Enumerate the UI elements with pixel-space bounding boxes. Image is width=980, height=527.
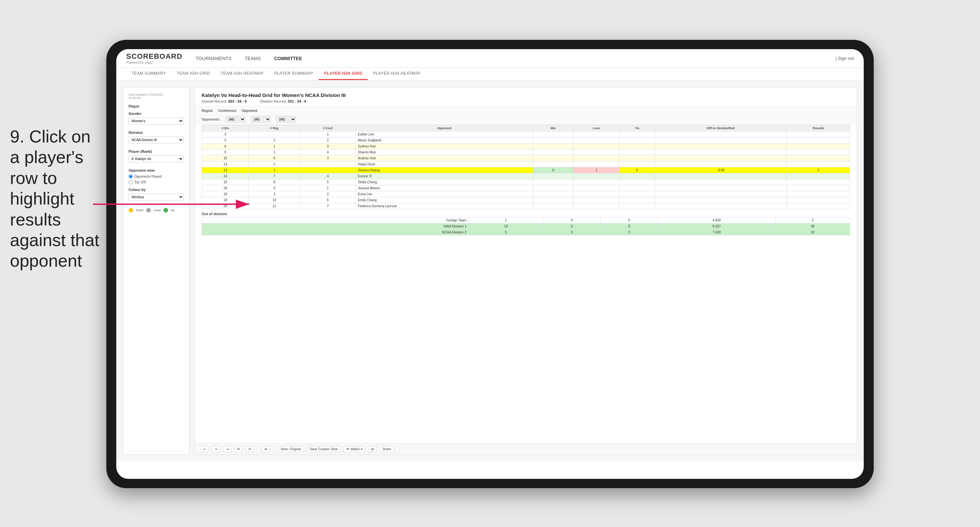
forward-button[interactable]: ⇥ — [223, 446, 232, 452]
redo-button[interactable]: ↪ — [212, 446, 220, 452]
legend-level-circle — [146, 208, 151, 213]
conference-filter-select[interactable]: (All) — [251, 116, 271, 122]
logo-area: SCOREBOARD Powered by clippi — [126, 52, 182, 64]
cell-rounds — [787, 179, 850, 185]
cell-reg: 2 — [249, 138, 300, 143]
cell-label: Foreign Team — [202, 217, 469, 224]
cell-loss — [573, 203, 619, 209]
sidebar: Last Updated: 27/03/2024 16:55:38 Player… — [123, 87, 189, 455]
grid-button[interactable]: ⊞ — [368, 446, 377, 452]
sub-nav: TEAM SUMMARY TEAM H2H GRID TEAM H2H HEAT… — [116, 68, 864, 81]
tab-team-summary[interactable]: TEAM SUMMARY — [126, 68, 172, 80]
cell-rounds — [787, 156, 850, 161]
tab-player-summary[interactable]: PLAYER SUMMARY — [269, 68, 318, 80]
cell-div: 16 — [202, 185, 249, 191]
cell-win: 5 — [469, 229, 543, 235]
tab-team-h2h-grid[interactable]: TEAM H2H GRID — [172, 68, 216, 80]
radio-top100[interactable]: Top 100 — [129, 180, 184, 184]
region-filter-select[interactable]: (All) — [226, 116, 245, 122]
cell-win — [533, 185, 573, 191]
cell-loss — [573, 197, 619, 203]
cell-rounds — [787, 143, 850, 149]
col-win: Win — [533, 125, 573, 132]
undo-button[interactable]: ↩ — [200, 446, 209, 452]
cell-win — [533, 132, 573, 138]
radio-opponents-played[interactable]: Opponents Played — [129, 175, 184, 179]
conference-header: Conference — [218, 109, 237, 113]
table-row[interactable]: 522 Alexis Sudjianto — [202, 138, 850, 143]
tab-player-h2h-grid[interactable]: PLAYER H2H GRID — [318, 68, 368, 80]
cell-loss: 0 — [543, 229, 601, 235]
table-row[interactable]: NAIA Division 1 15 0 0 9.267 30 — [202, 224, 850, 229]
cell-reg: 1 — [249, 167, 300, 173]
cell-win — [533, 149, 573, 156]
cell-diff — [655, 179, 787, 185]
opponent-filter-select[interactable]: (All) — [276, 116, 296, 122]
cell-win: 1 — [469, 217, 543, 224]
nav-bar: SCOREBOARD Powered by clippi TOURNAMENTS… — [116, 49, 864, 68]
cell-opponent: Euna Lee — [356, 191, 533, 197]
cell-div: 19 — [202, 197, 249, 203]
toolbar-separator2: · — [274, 447, 274, 451]
table-body: 31 Esther Lee 522 Alexis Sudjianto 613 — [202, 132, 850, 209]
cell-win — [533, 179, 573, 185]
logo-sub: Powered by clippi — [126, 61, 182, 64]
cell-div: 20 — [202, 203, 249, 209]
cell-rounds — [787, 197, 850, 203]
col-opponent: Opponent — [356, 125, 533, 132]
cell-label: NAIA Division 1 — [202, 224, 469, 229]
legend-row: Down Level Up — [129, 208, 184, 213]
cell-loss — [573, 132, 619, 138]
table-row[interactable]: 19106 Emily Chang — [202, 197, 850, 203]
sign-out-text[interactable]: Sign out — [838, 56, 854, 61]
table-row[interactable]: 1585 Stella Cheng — [202, 179, 850, 185]
sign-out-link[interactable]: | Sign out — [835, 56, 854, 61]
cell-opponent: Emily Chang — [356, 197, 533, 203]
player-rank-select[interactable]: 8. Katelyn Vo — [129, 156, 184, 162]
table-row[interactable]: 914 Sharon Mun — [202, 149, 850, 156]
table-row[interactable]: 131 Haejo Hyun — [202, 161, 850, 167]
cell-reg: 2 — [249, 191, 300, 197]
cell-opponent: Sydney Kuo — [356, 143, 533, 149]
cell-tie — [620, 173, 655, 179]
division-select[interactable]: NCAA Division III — [129, 137, 184, 143]
table-row[interactable]: 31 Esther Lee — [202, 132, 850, 138]
table-row[interactable]: 1691 Jessica Mason — [202, 185, 850, 191]
copy-button[interactable]: ⧉ — [234, 446, 242, 452]
save-custom-view-button[interactable]: Save Custom View — [307, 446, 340, 452]
table-row[interactable]: NCAA Division 2 5 0 0 7.400 10 — [202, 229, 850, 235]
table-row[interactable]: 613 Sydney Kuo — [202, 143, 850, 149]
table-row[interactable]: 1822 Euna Lee — [202, 191, 850, 197]
gender-select[interactable]: Women's — [129, 117, 184, 125]
table-scroll-area[interactable]: # Div # Reg # Conf Opponent Win Loss Tie… — [195, 125, 857, 443]
cell-diff — [655, 203, 787, 209]
tab-player-h2h-heatmap[interactable]: PLAYER H2H HEATMAP — [368, 68, 426, 80]
cell-opponent: Andrea York — [356, 156, 533, 161]
cell-div: 6 — [202, 143, 249, 149]
cell-win — [533, 161, 573, 167]
cell-opponent: Federica Domecq Lacroze — [356, 203, 533, 209]
legend-down-label: Down — [136, 208, 143, 212]
table-row-selected[interactable]: 131 Jessica Huang 0 1 0 -3.00 2 — [202, 167, 850, 173]
nav-teams[interactable]: TEAMS — [245, 54, 261, 62]
tab-team-h2h-heatmap[interactable]: TEAM H2H HEATMAP — [215, 68, 269, 80]
table-row[interactable]: 1474 Eunice Yi — [202, 173, 850, 179]
watch-button[interactable]: 👁 Watch ▾ — [343, 446, 366, 452]
table-row[interactable]: Foreign Team 1 0 0 4.500 2 — [202, 217, 850, 224]
cell-diff: -3.00 — [655, 167, 787, 173]
add-button[interactable]: ⊕ — [261, 446, 270, 452]
view-original-button[interactable]: View: Original — [278, 446, 304, 452]
refresh-button[interactable]: ↺ — [245, 446, 254, 452]
nav-tournaments[interactable]: TOURNAMENTS — [196, 54, 232, 62]
cell-opponent: Stella Cheng — [356, 179, 533, 185]
share-button[interactable]: Share — [379, 446, 395, 452]
table-row[interactable]: 1063 Andrea York — [202, 156, 850, 161]
cell-rounds: 10 — [775, 229, 850, 235]
tablet-screen: SCOREBOARD Powered by clippi TOURNAMENTS… — [116, 49, 864, 479]
col-div: # Div — [202, 125, 249, 132]
nav-committee[interactable]: COMMITTEE — [274, 54, 302, 62]
colour-by-select[interactable]: Win/loss — [129, 194, 184, 201]
cell-diff: 9.267 — [658, 224, 775, 229]
table-row[interactable]: 20117 Federica Domecq Lacroze — [202, 203, 850, 209]
out-of-division-label: Out of division — [202, 209, 850, 217]
